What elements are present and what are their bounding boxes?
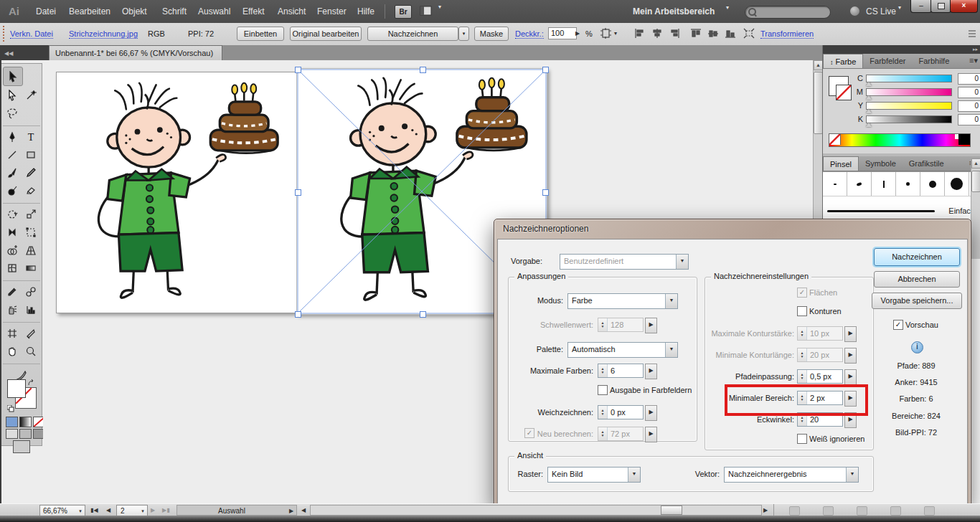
cyan-slider[interactable] — [866, 75, 952, 82]
fill-swatch[interactable] — [7, 379, 26, 398]
width-tool[interactable] — [3, 223, 22, 241]
slice-tool[interactable] — [22, 324, 40, 342]
align-left-button[interactable] — [634, 28, 646, 40]
shape-builder-tool[interactable] — [3, 241, 22, 259]
abbrechen-button[interactable]: Abbrechen — [874, 271, 960, 288]
nachzeichnen-button[interactable]: Nachzeichnen — [874, 248, 960, 266]
artboard-original[interactable] — [56, 72, 298, 313]
brush-item-6[interactable] — [945, 172, 969, 196]
status-mode-combo[interactable]: Auswahl ▶ — [176, 505, 297, 516]
color-panel-menu-icon[interactable]: ≡▾ — [969, 54, 980, 68]
align-top-button[interactable] — [690, 28, 702, 40]
transform-link[interactable]: Transformieren — [760, 29, 814, 39]
spectrum-white-swatch[interactable] — [955, 134, 958, 139]
tab-farbhilfe[interactable]: Farbhilfe — [912, 54, 956, 68]
magic-wand-tool[interactable] — [22, 86, 40, 104]
artboard-tool[interactable] — [3, 324, 22, 342]
selection-tool[interactable] — [3, 67, 23, 86]
control-panel-menu[interactable] — [967, 29, 977, 40]
filename-link[interactable]: Strichzeichnung.jpg — [69, 29, 138, 39]
color-spectrum-bar[interactable] — [829, 133, 971, 147]
trace-button[interactable]: Nachzeichnen — [367, 27, 458, 41]
brush-item-1[interactable] — [823, 172, 847, 196]
eraser-tool[interactable] — [22, 181, 40, 199]
yellow-slider[interactable] — [866, 102, 952, 110]
brush-item-4[interactable] — [896, 172, 920, 196]
selection-handle-nw[interactable] — [295, 67, 301, 73]
brush-item-5[interactable] — [920, 172, 945, 196]
align-right-button[interactable] — [669, 28, 680, 40]
screen-mode-button[interactable] — [13, 440, 30, 453]
control-bar-grip[interactable] — [3, 26, 6, 42]
reference-caret[interactable]: ▾ — [614, 28, 617, 39]
selection-handle-sw[interactable] — [295, 311, 301, 318]
selection-handle-ne[interactable] — [542, 67, 549, 73]
perspective-grid-tool[interactable] — [22, 241, 40, 259]
draw-behind-button[interactable] — [19, 429, 32, 439]
spectrum-none-swatch[interactable] — [829, 134, 841, 145]
cyan-value[interactable]: 0 — [958, 73, 980, 85]
horizontal-scrollbar[interactable] — [310, 505, 762, 516]
weich-spin-icons[interactable]: ▲▼ — [598, 406, 608, 419]
eyedropper-tool[interactable] — [3, 283, 22, 300]
edit-original-button[interactable]: Original bearbeiten — [290, 27, 362, 41]
gradient-tool[interactable] — [22, 259, 40, 277]
cs-live-menu[interactable]: CS Live — [863, 0, 899, 23]
hscroll-left-arrow[interactable]: ◀ — [301, 505, 306, 516]
gradient-mode-button[interactable] — [19, 417, 32, 427]
lasso-tool[interactable] — [3, 104, 22, 122]
menu-fenster[interactable]: Fenster — [314, 0, 349, 23]
opacity-popup[interactable]: ▶ — [575, 28, 580, 39]
brush-scroll-up-arrow[interactable]: ▲ — [971, 158, 980, 169]
brush-scroll-thumb[interactable] — [971, 171, 980, 192]
info-icon[interactable]: i — [911, 341, 923, 353]
raster-select[interactable]: Kein Bild▼ — [547, 467, 641, 483]
ausgabe-checkbox[interactable] — [598, 385, 608, 395]
mask-button[interactable]: Maske — [474, 27, 509, 41]
document-tab[interactable]: Unbenannt-1* bei 66,67 % (CMYK/Vorschau)… — [49, 45, 222, 61]
linked-file-label[interactable]: Verkn. Datei — [10, 29, 53, 39]
menu-hilfe[interactable]: Hilfe — [354, 0, 377, 23]
selection-handle-n[interactable] — [420, 67, 426, 73]
horizontal-scroll-thumb[interactable] — [661, 506, 682, 515]
menu-schrift[interactable]: Schrift — [159, 0, 189, 23]
black-value[interactable]: 0 — [958, 114, 980, 125]
hand-tool[interactable] — [3, 342, 22, 360]
vorschau-checkbox[interactable]: ✓ — [893, 320, 903, 330]
symbol-sprayer-tool[interactable] — [3, 300, 22, 318]
column-graph-tool[interactable] — [22, 300, 40, 318]
arrange-documents-button[interactable] — [420, 6, 433, 18]
maxfarben-popup-icon[interactable]: ▶ — [645, 364, 657, 379]
pencil-tool[interactable] — [22, 163, 40, 181]
black-slider[interactable] — [866, 115, 952, 123]
brush-item-3[interactable] — [872, 172, 896, 196]
rectangle-tool[interactable] — [22, 146, 40, 163]
pfad-popup-icon[interactable]: ▶ — [844, 369, 857, 385]
selection-handle-w[interactable] — [295, 189, 301, 196]
modus-select[interactable]: Farbe▼ — [567, 293, 678, 309]
next-artboard-button[interactable]: ▶ — [151, 505, 155, 516]
magenta-value[interactable]: 0 — [958, 87, 980, 98]
type-tool[interactable]: T — [22, 128, 40, 146]
direct-selection-tool[interactable] — [3, 86, 22, 104]
magenta-slider[interactable] — [866, 88, 952, 96]
menu-auswahl[interactable]: Auswahl — [195, 0, 233, 23]
palette-select[interactable]: Automatisch▼ — [567, 342, 678, 358]
maxfarben-spinner[interactable]: ▲▼6 ▶ — [598, 364, 657, 378]
vorgabe-select[interactable]: Benutzerdefiniert▼ — [560, 254, 689, 270]
close-button[interactable]: × — [950, 0, 978, 13]
opacity-input[interactable]: 100 — [548, 27, 577, 39]
mesh-tool[interactable] — [3, 259, 22, 277]
reference-point-widget[interactable] — [600, 27, 613, 42]
tab-pinsel[interactable]: Pinsel — [823, 156, 859, 171]
swap-fill-stroke-icon[interactable] — [27, 379, 36, 388]
menu-objekt[interactable]: Objekt — [119, 0, 150, 23]
brush-scrollbar[interactable]: ▲ — [971, 158, 980, 259]
pfadeinpassung-spinner[interactable]: ▲▼0,5 px ▶ — [797, 369, 857, 384]
panel-stroke-swatch[interactable] — [836, 85, 852, 100]
cyan-slider-handle[interactable] — [866, 82, 872, 86]
konturen-checkbox[interactable] — [797, 306, 807, 316]
pen-tool[interactable] — [3, 128, 22, 146]
collapse-panels-left[interactable]: ◀◀ — [0, 45, 49, 60]
workspace-switcher[interactable]: Mein Arbeitsbereich — [630, 0, 717, 23]
